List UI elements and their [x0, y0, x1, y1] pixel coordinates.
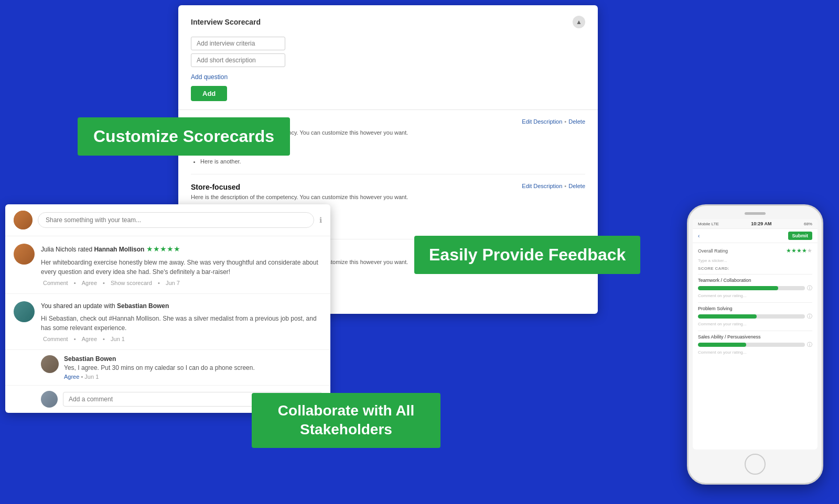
- delete-link[interactable]: Delete: [568, 118, 585, 125]
- progress-row: ⓘ: [698, 313, 812, 320]
- skill-row: Sales Ability / Persuasiveness ⓘ Comment…: [698, 334, 812, 355]
- share-input[interactable]: [38, 212, 314, 228]
- avatar: [41, 355, 59, 373]
- skill-row: Problem Solving ⓘ Comment on your rating…: [698, 306, 812, 326]
- collaborate-label: Collaborate with All Stakeholders: [252, 393, 440, 448]
- avatar: [14, 301, 35, 322]
- phone-screen: Mobile LTE 10:29 AM 68% ‹ Submit Overall…: [693, 219, 818, 450]
- agree-link[interactable]: Agree: [64, 374, 79, 380]
- info-icon[interactable]: ⓘ: [807, 313, 812, 320]
- time-text: 10:29 AM: [751, 221, 771, 226]
- avatar-image: [14, 211, 33, 229]
- comment-text: Yes, I agree. Put 30 mins on my caledar …: [64, 364, 322, 371]
- scorecard-divider: [178, 109, 598, 110]
- star-rating: ★★★★★: [786, 247, 812, 254]
- add-description-input[interactable]: [191, 53, 285, 67]
- competency-name: Store-focused: [191, 183, 240, 191]
- score-card-label: SCORE CARD:: [698, 266, 812, 271]
- phone-mockup: Mobile LTE 10:29 AM 68% ‹ Submit Overall…: [687, 204, 823, 485]
- activity-text: Julia Nichols rated Hannah Mollison ★★★★…: [41, 244, 322, 255]
- commenter-name: Sebastian Bowen: [64, 355, 322, 363]
- activity-body: Hi Sebastian, check out #Hannah Mollison…: [41, 314, 322, 333]
- competency-actions: Edit Description • Delete: [522, 183, 585, 189]
- nested-comment: Sebastian Bowen Yes, I agree. Put 30 min…: [5, 350, 330, 386]
- activity-content: You shared an update with Sebastian Bowe…: [41, 301, 322, 342]
- activity-item: You shared an update with Sebastian Bowe…: [5, 294, 330, 350]
- nested-content: Sebastian Bowen Yes, I agree. Put 30 min…: [64, 355, 322, 380]
- avatar: [14, 244, 35, 265]
- activity-actions: Comment • Agree • Jun 1: [41, 336, 322, 342]
- progress-fill: [698, 343, 746, 347]
- user-avatar: [14, 211, 33, 229]
- add-button[interactable]: Add: [191, 86, 227, 101]
- avatar: [41, 391, 58, 408]
- progress-row: ⓘ: [698, 341, 812, 348]
- delete-link[interactable]: Delete: [568, 183, 585, 189]
- activity-actions: Comment • Agree • Show scorecard • Jun 7: [41, 280, 322, 286]
- feedback-label: Easily Provide Feedback: [414, 236, 640, 274]
- question-item: Here is another.: [200, 157, 585, 166]
- comment-hint: Comment on your rating...: [698, 322, 812, 326]
- comment-hint: Comment on your rating...: [698, 293, 812, 298]
- edit-description-link[interactable]: Edit Description: [522, 118, 562, 125]
- phone-home-button[interactable]: [745, 454, 766, 475]
- progress-bar: [698, 314, 805, 319]
- overall-rating-label: Overall Rating: [698, 248, 728, 254]
- agree-link[interactable]: Agree: [82, 280, 97, 286]
- scorecard-header: Interview Scorecard ▲: [191, 16, 585, 28]
- phone-outer: Mobile LTE 10:29 AM 68% ‹ Submit Overall…: [687, 204, 823, 485]
- divider: [698, 274, 812, 275]
- divider: [698, 302, 812, 303]
- comment-link[interactable]: Comment: [43, 280, 68, 286]
- share-bar: ℹ: [5, 204, 330, 236]
- activity-text: You shared an update with Sebastian Bowe…: [41, 301, 322, 311]
- type-sticker-hint: Type a sticker...: [698, 258, 812, 263]
- battery-text: 68%: [804, 222, 812, 226]
- skill-name: Teamwork / Collaboration: [698, 278, 812, 283]
- activity-date: Jun 1: [111, 336, 125, 342]
- progress-bar: [698, 286, 805, 290]
- phone-content: Overall Rating ★★★★★ Type a sticker... S…: [693, 243, 818, 363]
- phone-nav-bar: ‹ Submit: [693, 229, 818, 243]
- progress-bar: [698, 343, 805, 347]
- progress-fill: [698, 286, 778, 290]
- info-icon[interactable]: ⓘ: [807, 341, 812, 348]
- activity-panel: ℹ Julia Nichols rated Hannah Mollison ★★…: [5, 204, 330, 413]
- phone-speaker: [745, 212, 766, 215]
- show-scorecard-link[interactable]: Show scorecard: [111, 280, 152, 286]
- phone-submit-button[interactable]: Submit: [788, 232, 813, 240]
- competency-actions: Edit Description • Delete: [522, 118, 585, 125]
- carrier-text: Mobile LTE: [698, 222, 719, 226]
- activity-content: Julia Nichols rated Hannah Mollison ★★★★…: [41, 244, 322, 286]
- scorecard-title: Interview Scorecard: [191, 18, 261, 26]
- skill-row: Teamwork / Collaboration ⓘ Comment on yo…: [698, 278, 812, 298]
- activity-body: Her whiteboarding exercise honestly blew…: [41, 258, 322, 277]
- add-criteria-input[interactable]: [191, 37, 285, 50]
- divider: [698, 331, 812, 331]
- progress-row: ⓘ: [698, 284, 812, 292]
- comment-link[interactable]: Comment: [43, 336, 68, 342]
- customize-scorecards-label: Customize Scorecards: [78, 117, 290, 156]
- scorecard-collapse-button[interactable]: ▲: [573, 16, 585, 28]
- phone-status-bar: Mobile LTE 10:29 AM 68%: [693, 219, 818, 229]
- info-icon[interactable]: ⓘ: [807, 284, 812, 292]
- progress-fill: [698, 314, 757, 319]
- activity-date: Jun 7: [166, 280, 180, 286]
- add-question-link[interactable]: Add question: [191, 73, 585, 81]
- competency-description: Here is the description of the competenc…: [191, 193, 585, 201]
- info-icon[interactable]: ℹ: [319, 216, 322, 224]
- edit-description-link[interactable]: Edit Description: [522, 183, 562, 189]
- overall-rating-row: Overall Rating ★★★★★: [698, 247, 812, 254]
- skill-name: Sales Ability / Persuasiveness: [698, 334, 812, 339]
- skill-name: Problem Solving: [698, 306, 812, 311]
- comment-date: Jun 1: [84, 374, 99, 380]
- nested-actions: Agree • Jun 1: [64, 374, 322, 380]
- comment-hint: Comment on your rating...: [698, 350, 812, 355]
- agree-link[interactable]: Agree: [82, 336, 97, 342]
- activity-item: Julia Nichols rated Hannah Mollison ★★★★…: [5, 236, 330, 294]
- star-rating: ★★★★★: [146, 245, 180, 253]
